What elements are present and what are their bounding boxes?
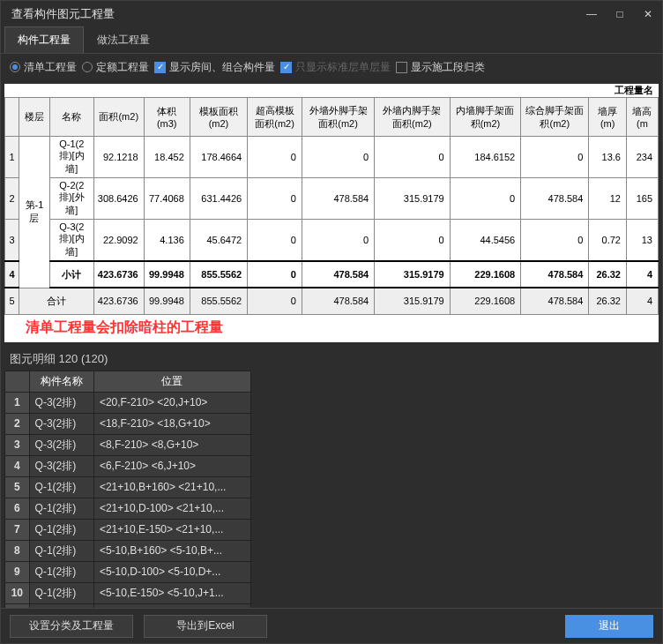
name-cell: Q-1(2排) — [29, 540, 93, 561]
col-ext: 外墙外脚手架面积(m2) — [302, 98, 374, 137]
row-num: 1 — [5, 392, 30, 413]
radio-dot-icon — [82, 62, 93, 72]
note-text: 清单工程量会扣除暗柱的工程量 — [4, 315, 659, 342]
val-cell: 631.4426 — [190, 178, 247, 220]
val-cell: 13.6 — [589, 137, 627, 178]
name-cell: Q-3(2排) — [29, 455, 93, 476]
name-cell: Q-3(2排) — [29, 413, 93, 434]
val-cell: 22.9092 — [93, 220, 144, 262]
col-rownum — [5, 371, 30, 392]
qty-name-header: 工程量名 — [4, 84, 659, 97]
name-cell: Q-1(2排)[内墙] — [49, 137, 93, 178]
val-cell: 0 — [248, 178, 302, 220]
val-cell: 18.452 — [144, 137, 190, 178]
row-num: 9 — [5, 561, 30, 582]
detail-row[interactable]: 10Q-1(2排)<5-10,E-150> <5-10,J+1... — [5, 582, 251, 603]
val-cell: 0 — [521, 137, 589, 178]
radio-quota-qty[interactable]: 定额工程量 — [82, 60, 149, 75]
row-num: 3 — [5, 434, 30, 455]
table-row[interactable]: 2Q-2(2排)[外墙]308.642677.4068631.44260478.… — [5, 178, 659, 220]
name-cell: Q-1(2排) — [29, 561, 93, 582]
row-num: 2 — [5, 178, 19, 220]
detail-row[interactable]: 8Q-1(2排)<5-10,B+160> <5-10,B+... — [5, 540, 251, 561]
name-cell: Q-3(2排) — [29, 434, 93, 455]
checkbox-show-room[interactable]: ✓ 显示房间、组合构件量 — [154, 60, 275, 75]
pos-cell: <5-10,D-100> <5-10,D+... — [93, 561, 250, 582]
val-cell: 0 — [375, 137, 451, 178]
tab-component-qty[interactable]: 构件工程量 — [4, 26, 84, 53]
val-cell: 77.4068 — [144, 178, 190, 220]
pos-cell: <21+10,B+160> <21+10,... — [93, 476, 250, 498]
floor-cell: 第-1层 — [19, 137, 50, 288]
val-cell: 0 — [302, 137, 374, 178]
dialog-window: { "window": { "title": "查看构件图元工程量" }, "t… — [0, 0, 663, 644]
row-num: 4 — [5, 455, 30, 476]
pos-cell: <21+10,D-100> <21+10,... — [93, 498, 250, 519]
detail-row[interactable]: 4Q-3(2排)<6,F-210> <6,J+10> — [5, 455, 251, 476]
pos-cell: <6,F-210> <6,J+10> — [93, 455, 250, 476]
check-icon: ✓ — [154, 62, 166, 73]
val-cell: 478.584 — [521, 178, 589, 220]
pos-cell: <21+10,E-150> <21+10,... — [93, 519, 250, 540]
col-over: 超高模板面积(m2) — [248, 98, 302, 137]
val-cell: 0.72 — [589, 220, 627, 262]
val-cell: 0 — [521, 220, 589, 262]
close-button[interactable]: ✕ — [641, 7, 655, 21]
tab-bar: 构件工程量 做法工程量 — [1, 27, 662, 54]
subtotal-row[interactable]: 4小计423.673699.9948855.55620478.584315.91… — [5, 261, 659, 288]
exit-button[interactable]: 退出 — [565, 615, 653, 638]
pos-cell: <20,F-210> <20,J+10> — [93, 392, 250, 413]
window-controls: ― □ ✕ — [585, 7, 655, 21]
detail-table-pane: 构件名称 位置 1Q-3(2排)<20,F-210> <20,J+10>2Q-3… — [4, 371, 659, 609]
col-floor: 楼层 — [19, 98, 50, 137]
val-cell: 45.6472 — [190, 220, 247, 262]
pos-cell: <5-10,B+160> <5-10,B+... — [93, 540, 250, 561]
table-row[interactable]: 3Q-3(2排)[内墙]22.90924.13645.647200044.545… — [5, 220, 659, 262]
name-cell: Q-1(2排) — [29, 476, 93, 498]
row-num: 5 — [5, 476, 30, 498]
col-pos: 位置 — [93, 371, 250, 392]
checkbox-show-section[interactable]: 显示施工段归类 — [396, 60, 485, 75]
row-num: 1 — [5, 137, 19, 178]
radio-dot-icon — [10, 62, 20, 72]
detail-row[interactable]: 3Q-3(2排)<8,F-210> <8,G+10> — [5, 434, 251, 455]
detail-row[interactable]: 1Q-3(2排)<20,F-210> <20,J+10> — [5, 392, 251, 413]
upper-table-pane: 工程量名 楼层 名称 面积(m2) 体积(m3) 模板面积(m2) 超高模板面积… — [4, 84, 659, 342]
val-cell: 234 — [626, 137, 658, 178]
pos-cell: <8,F-210> <8,G+10> — [93, 434, 250, 455]
classify-button[interactable]: 设置分类及工程量 — [10, 615, 133, 638]
val-cell: 0 — [450, 178, 521, 220]
name-cell: Q-1(2排) — [29, 582, 93, 603]
minimize-button[interactable]: ― — [585, 7, 599, 21]
val-cell: 184.6152 — [450, 137, 521, 178]
check-icon — [396, 62, 407, 73]
val-cell: 13 — [626, 220, 658, 262]
export-excel-button[interactable]: 导出到Excel — [144, 615, 267, 638]
detail-row[interactable]: 9Q-1(2排)<5-10,D-100> <5-10,D+... — [5, 561, 251, 582]
col-tpl: 模板面积(m2) — [190, 98, 247, 137]
detail-row[interactable]: 7Q-1(2排)<21+10,E-150> <21+10,... — [5, 519, 251, 540]
val-cell: 0 — [248, 137, 302, 178]
tab-method-qty[interactable]: 做法工程量 — [84, 26, 163, 53]
row-num: 8 — [5, 540, 30, 561]
pos-cell: <5-10,E-150> <5-10,J+1... — [93, 582, 250, 603]
val-cell: 92.1218 — [93, 137, 144, 178]
detail-header: 图元明细 120 (120) — [1, 348, 662, 371]
maximize-button[interactable]: □ — [613, 7, 627, 21]
val-cell: 44.5456 — [450, 220, 521, 262]
row-num: 7 — [5, 519, 30, 540]
val-cell: 0 — [248, 220, 302, 262]
col-height: 墙高(m — [626, 98, 658, 137]
col-thick: 墙厚(m) — [589, 98, 627, 137]
detail-row[interactable]: 6Q-1(2排)<21+10,D-100> <21+10,... — [5, 498, 251, 519]
val-cell: 478.584 — [302, 178, 374, 220]
table-row[interactable]: 1第-1层Q-1(2排)[内墙]92.121818.452178.4664000… — [5, 137, 659, 178]
radio-list-qty[interactable]: 清单工程量 — [10, 60, 77, 75]
row-num: 10 — [5, 582, 30, 603]
col-inner: 内墙脚手架面积(m2) — [450, 98, 521, 137]
detail-row[interactable]: 5Q-1(2排)<21+10,B+160> <21+10,... — [5, 476, 251, 498]
total-row[interactable]: 5合计423.673699.9948855.55620478.584315.91… — [5, 288, 659, 314]
name-cell: Q-2(2排)[外墙] — [49, 178, 93, 220]
detail-row[interactable]: 2Q-3(2排)<18,F-210> <18,G+10> — [5, 413, 251, 434]
check-icon: ✓ — [280, 62, 292, 73]
